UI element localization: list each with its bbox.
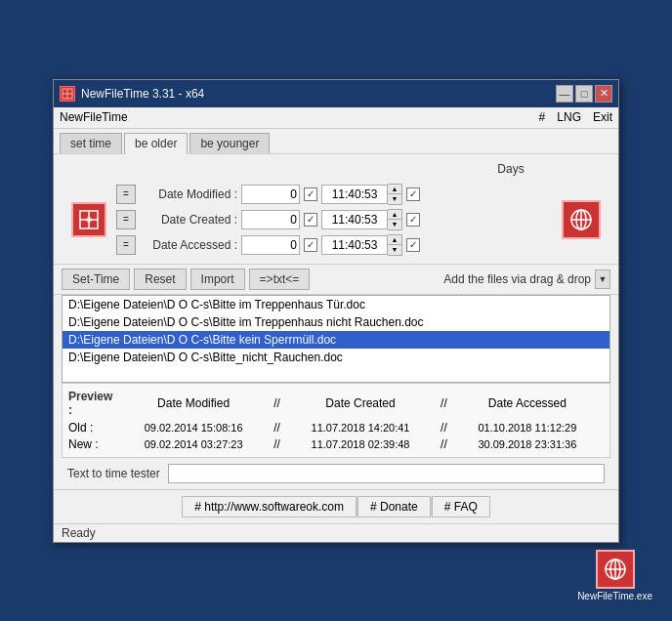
- preview-new-sep2: //: [437, 437, 451, 451]
- eq-btn-accessed[interactable]: =: [116, 235, 136, 255]
- spinner-created: ▲ ▼: [388, 209, 402, 230]
- preview-new-created: 11.07.2018 02:39:48: [284, 438, 437, 450]
- eq-btn-created[interactable]: =: [116, 210, 136, 229]
- spin-up-created[interactable]: ▲: [388, 210, 401, 220]
- checkbox-created-end[interactable]: [406, 213, 420, 227]
- preview-old-sep2: //: [437, 421, 451, 435]
- taskbar-icon-label: NewFileTime.exe: [577, 591, 652, 601]
- toolbar: Set-Time Reset Import =>txt<= Add the fi…: [54, 264, 618, 295]
- title-bar: NewFileTime 3.31 - x64 — □ ✕: [54, 80, 618, 107]
- footer-link-2[interactable]: # Donate: [357, 496, 431, 518]
- file-item-2[interactable]: D:\Eigene Dateien\D O C-s\Bitte kein Spe…: [63, 331, 609, 349]
- spinner-modified: ▲ ▼: [388, 184, 402, 205]
- drag-drop-label: Add the files via drag & drop: [443, 272, 591, 286]
- minimize-button[interactable]: —: [556, 85, 573, 103]
- left-app-icon: [71, 202, 106, 237]
- window-title: NewFileTime 3.31 - x64: [81, 87, 550, 101]
- preview-new-label: New :: [68, 437, 117, 451]
- status-bar: Ready: [54, 523, 618, 542]
- svg-point-6: [86, 217, 92, 223]
- time-input-accessed-group: ▲ ▼: [321, 234, 402, 256]
- date-modified-row: = Date Modified : ▲ ▼: [116, 184, 552, 205]
- window-controls: — □ ✕: [556, 85, 612, 103]
- menu-exit[interactable]: Exit: [593, 110, 612, 124]
- preview-title: Preview :: [68, 390, 117, 417]
- time-rows: = Date Modified : ▲ ▼: [116, 184, 552, 256]
- preview-old-sep1: //: [270, 421, 284, 435]
- time-input-modified[interactable]: [321, 185, 388, 204]
- status-text: Ready: [62, 526, 96, 540]
- eq-btn-modified[interactable]: =: [116, 185, 136, 204]
- main-window: NewFileTime 3.31 - x64 — □ ✕ NewFileTime…: [53, 79, 619, 543]
- tab-be-younger[interactable]: be younger: [189, 133, 270, 153]
- spin-down-modified[interactable]: ▼: [388, 194, 401, 204]
- preview-header-accessed: Date Accessed: [451, 396, 604, 410]
- checkbox-accessed-enable[interactable]: [304, 238, 317, 252]
- spin-down-accessed[interactable]: ▼: [388, 245, 401, 255]
- text-tester-input[interactable]: [168, 464, 605, 483]
- footer-links: # http://www.softwareok.com # Donate # F…: [54, 489, 618, 523]
- footer-link-3[interactable]: # FAQ: [432, 496, 490, 518]
- preview-new-modified: 09.02.2014 03:27:23: [117, 438, 270, 450]
- label-modified: Date Modified :: [140, 187, 237, 201]
- close-button[interactable]: ✕: [595, 85, 612, 103]
- time-input-modified-group: ▲ ▼: [321, 184, 402, 205]
- txt-button[interactable]: =>txt<=: [249, 269, 311, 290]
- preview-old-row: Old : 09.02.2014 15:08:16 // 11.07.2018 …: [68, 421, 604, 435]
- file-item-0[interactable]: D:\Eigene Dateien\D O C-s\Bitte im Trepp…: [63, 296, 609, 313]
- left-app-icon-container: [69, 186, 108, 253]
- file-list[interactable]: D:\Eigene Dateien\D O C-s\Bitte im Trepp…: [62, 295, 610, 383]
- spin-down-created[interactable]: ▼: [388, 220, 401, 229]
- preview-header-row: Preview : Date Modified // Date Created …: [68, 390, 604, 417]
- preview-old-label: Old :: [68, 421, 117, 435]
- date-created-row: = Date Created : ▲ ▼: [116, 209, 552, 230]
- app-icon-title: [60, 86, 75, 102]
- checkbox-created-enable[interactable]: [304, 213, 317, 227]
- menu-lng[interactable]: LNG: [557, 110, 581, 124]
- preview-header-modified: Date Modified: [117, 396, 270, 410]
- days-header-row: Days: [62, 162, 610, 176]
- days-input-modified[interactable]: [241, 185, 300, 204]
- checkbox-modified-end[interactable]: [406, 187, 420, 201]
- time-input-created[interactable]: [321, 210, 388, 229]
- text-tester-label: Text to time tester: [67, 467, 160, 480]
- days-input-accessed[interactable]: [241, 235, 300, 255]
- taskbar-icon[interactable]: NewFileTime.exe: [577, 550, 652, 601]
- preview-section: Preview : Date Modified // Date Created …: [62, 383, 610, 458]
- drag-drop-dropdown[interactable]: ▼: [595, 269, 610, 289]
- preview-new-sep1: //: [270, 437, 284, 451]
- spin-up-accessed[interactable]: ▲: [388, 235, 401, 245]
- restore-button[interactable]: □: [575, 85, 593, 103]
- tabs-bar: set time be older be younger: [54, 129, 618, 154]
- file-item-1[interactable]: D:\Eigene Dateien\D O C-s\Bitte im Trepp…: [63, 313, 609, 331]
- checkbox-modified-enable[interactable]: [304, 187, 317, 201]
- app-name-menu[interactable]: NewFileTime: [60, 110, 128, 124]
- taskbar-icon-img: [596, 550, 635, 589]
- menu-bar: NewFileTime # LNG Exit: [54, 107, 618, 129]
- checkbox-accessed-end[interactable]: [406, 238, 420, 252]
- text-tester-row: Text to time tester: [62, 458, 610, 489]
- preview-new-row: New : 09.02.2014 03:27:23 // 11.07.2018 …: [68, 437, 604, 451]
- drag-drop-area: Add the files via drag & drop ▼: [443, 269, 610, 289]
- days-label: Days: [482, 162, 540, 176]
- menu-hash[interactable]: #: [539, 110, 546, 124]
- main-content: Days: [54, 154, 618, 264]
- preview-old-accessed: 01.10.2018 11:12:29: [451, 422, 604, 434]
- tab-be-older[interactable]: be older: [124, 133, 188, 154]
- time-input-accessed[interactable]: [321, 235, 388, 255]
- preview-sep2: //: [437, 396, 451, 410]
- tab-set-time[interactable]: set time: [60, 133, 122, 153]
- spinner-accessed: ▲ ▼: [388, 234, 402, 256]
- set-time-button[interactable]: Set-Time: [62, 269, 130, 290]
- footer-link-1[interactable]: # http://www.softwareok.com: [182, 496, 357, 518]
- import-button[interactable]: Import: [190, 269, 245, 290]
- reset-button[interactable]: Reset: [134, 269, 186, 290]
- label-created: Date Created :: [140, 213, 237, 227]
- preview-old-modified: 09.02.2014 15:08:16: [117, 422, 270, 434]
- file-item-3[interactable]: D:\Eigene Dateien\D O C-s\Bitte_nicht_Ra…: [63, 349, 609, 366]
- preview-sep1: //: [270, 396, 284, 410]
- date-accessed-row: = Date Accessed : ▲ ▼: [116, 234, 552, 256]
- right-app-icon: [562, 200, 601, 239]
- days-input-created[interactable]: [241, 210, 300, 229]
- spin-up-modified[interactable]: ▲: [388, 185, 401, 194]
